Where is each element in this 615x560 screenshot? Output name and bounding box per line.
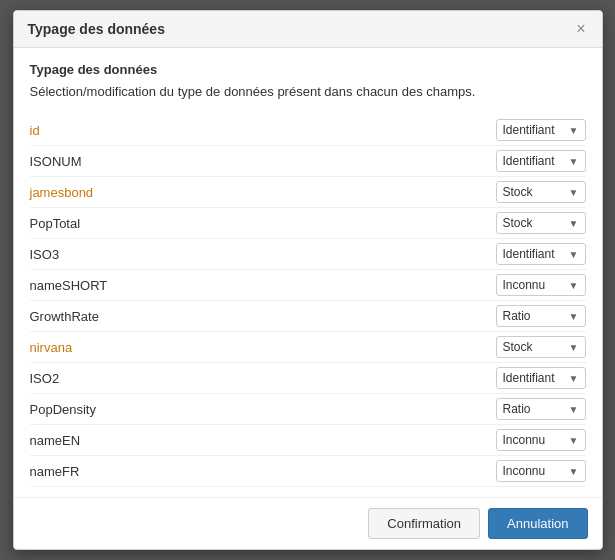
field-type-label: Inconnu (503, 464, 546, 478)
chevron-down-icon: ▼ (569, 280, 579, 291)
field-type-label: Stock (503, 185, 533, 199)
field-type-select-poptotal[interactable]: Stock▼ (496, 212, 586, 234)
chevron-down-icon: ▼ (569, 218, 579, 229)
table-row: idIdentifiant▼ (30, 115, 586, 146)
field-type-label: Ratio (503, 402, 531, 416)
field-name-jamesbond: jamesbond (30, 185, 150, 200)
table-row: PopTotalStock▼ (30, 208, 586, 239)
chevron-down-icon: ▼ (569, 156, 579, 167)
field-type-select-nameshort[interactable]: Inconnu▼ (496, 274, 586, 296)
modal-typage: Typage des données × Typage des données … (13, 10, 603, 550)
chevron-down-icon: ▼ (569, 466, 579, 477)
table-row: ISO3Identifiant▼ (30, 239, 586, 270)
modal-footer: Confirmation Annulation (14, 497, 602, 549)
table-row: nirvanaStock▼ (30, 332, 586, 363)
field-type-select-nameen[interactable]: Inconnu▼ (496, 429, 586, 451)
field-type-select-iso3[interactable]: Identifiant▼ (496, 243, 586, 265)
field-name-growthrate: GrowthRate (30, 309, 150, 324)
field-type-label: Inconnu (503, 433, 546, 447)
field-name-nameshort: nameSHORT (30, 278, 150, 293)
field-type-label: Identifiant (503, 123, 555, 137)
field-name-popdensity: PopDensity (30, 402, 150, 417)
field-type-select-iso2[interactable]: Identifiant▼ (496, 367, 586, 389)
field-type-label: Ratio (503, 309, 531, 323)
field-name-nameen: nameEN (30, 433, 150, 448)
table-row: nameFRInconnu▼ (30, 456, 586, 487)
table-row: GrowthRateRatio▼ (30, 301, 586, 332)
field-name-nirvana: nirvana (30, 340, 150, 355)
fields-list: idIdentifiant▼ISONUMIdentifiant▼jamesbon… (30, 115, 586, 487)
field-type-select-namefr[interactable]: Inconnu▼ (496, 460, 586, 482)
field-type-select-id[interactable]: Identifiant▼ (496, 119, 586, 141)
chevron-down-icon: ▼ (569, 249, 579, 260)
field-name-iso2: ISO2 (30, 371, 150, 386)
field-type-select-jamesbond[interactable]: Stock▼ (496, 181, 586, 203)
section-title: Typage des données (30, 62, 586, 77)
chevron-down-icon: ▼ (569, 187, 579, 198)
field-name-namefr: nameFR (30, 464, 150, 479)
table-row: ISONUMIdentifiant▼ (30, 146, 586, 177)
chevron-down-icon: ▼ (569, 435, 579, 446)
table-row: nameENInconnu▼ (30, 425, 586, 456)
modal-body: Typage des données Sélection/modificatio… (14, 48, 602, 497)
confirm-button[interactable]: Confirmation (368, 508, 480, 539)
table-row: jamesbondStock▼ (30, 177, 586, 208)
table-row: nameSHORTInconnu▼ (30, 270, 586, 301)
field-name-isonum: ISONUM (30, 154, 150, 169)
field-name-iso3: ISO3 (30, 247, 150, 262)
field-type-label: Inconnu (503, 278, 546, 292)
table-row: PopDensityRatio▼ (30, 394, 586, 425)
table-row: ISO2Identifiant▼ (30, 363, 586, 394)
field-type-label: Stock (503, 216, 533, 230)
field-type-select-growthrate[interactable]: Ratio▼ (496, 305, 586, 327)
field-type-label: Stock (503, 340, 533, 354)
chevron-down-icon: ▼ (569, 373, 579, 384)
field-type-label: Identifiant (503, 154, 555, 168)
cancel-button[interactable]: Annulation (488, 508, 587, 539)
field-name-poptotal: PopTotal (30, 216, 150, 231)
field-type-label: Identifiant (503, 371, 555, 385)
field-type-select-popdensity[interactable]: Ratio▼ (496, 398, 586, 420)
chevron-down-icon: ▼ (569, 342, 579, 353)
chevron-down-icon: ▼ (569, 404, 579, 415)
chevron-down-icon: ▼ (569, 125, 579, 136)
close-button[interactable]: × (574, 21, 587, 37)
section-desc: Sélection/modification du type de donnée… (30, 83, 586, 101)
modal-title: Typage des données (28, 21, 165, 37)
chevron-down-icon: ▼ (569, 311, 579, 322)
field-type-label: Identifiant (503, 247, 555, 261)
field-type-select-isonum[interactable]: Identifiant▼ (496, 150, 586, 172)
modal-header: Typage des données × (14, 11, 602, 48)
field-name-id: id (30, 123, 150, 138)
field-type-select-nirvana[interactable]: Stock▼ (496, 336, 586, 358)
